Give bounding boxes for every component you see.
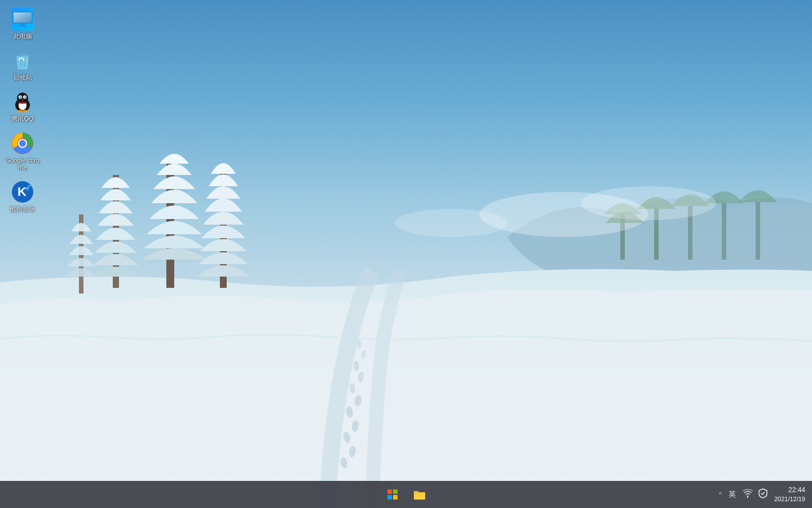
svg-text:K: K: [17, 185, 27, 199]
svg-point-45: [23, 110, 28, 112]
svg-point-40: [20, 97, 21, 98]
recycle-bin-label: 回收站: [14, 74, 32, 81]
file-explorer-button[interactable]: [408, 483, 431, 506]
recycle-bin-icon: [11, 49, 34, 72]
chrome-icon: [11, 132, 34, 155]
this-pc-icon: [11, 8, 34, 30]
this-pc-label: 此电脑: [14, 33, 32, 40]
kugou-icon: K: [11, 181, 34, 203]
svg-point-37: [17, 93, 28, 104]
kugou-label: 酷狗音乐: [10, 205, 35, 213]
svg-rect-26: [14, 12, 32, 23]
security-icon[interactable]: [758, 488, 767, 500]
svg-rect-33: [20, 53, 25, 55]
desktop: 此电脑: [0, 0, 812, 508]
svg-point-44: [17, 110, 23, 112]
svg-point-48: [19, 140, 26, 147]
network-icon[interactable]: [743, 489, 753, 500]
svg-rect-28: [18, 25, 27, 27]
taskbar-right: ^ 英: [719, 486, 805, 503]
qq-icon: [11, 90, 34, 113]
clock-date: 2021/12/19: [774, 495, 805, 503]
desktop-icon-this-pc[interactable]: 此电脑: [2, 6, 43, 42]
svg-point-23: [395, 209, 508, 237]
svg-point-43: [25, 97, 26, 97]
svg-point-41: [24, 97, 26, 98]
svg-rect-4: [722, 203, 726, 260]
windows-logo-icon: [387, 489, 398, 500]
svg-rect-5: [756, 202, 760, 260]
desktop-icons: 此电脑: [0, 0, 45, 221]
system-clock[interactable]: 22:44 2021/12/19: [774, 486, 805, 503]
taskbar: ^ 英: [0, 481, 812, 508]
svg-point-22: [581, 186, 716, 220]
svg-point-42: [21, 97, 21, 97]
qq-label: 腾讯QQ: [11, 115, 33, 122]
desktop-icon-recycle-bin[interactable]: 回收站: [2, 47, 43, 84]
clock-time: 22:44: [788, 486, 805, 495]
desktop-icon-chrome[interactable]: Google chrome: [2, 130, 43, 174]
file-explorer-icon: [413, 489, 426, 500]
desktop-icon-kugou[interactable]: K 酷狗音乐: [2, 178, 43, 215]
chrome-label: Google chrome: [5, 157, 41, 172]
tray-expand-button[interactable]: ^: [719, 491, 722, 498]
language-indicator[interactable]: 英: [729, 489, 736, 500]
svg-rect-32: [15, 55, 30, 56]
taskbar-center: [381, 483, 431, 506]
desktop-icon-qq[interactable]: 腾讯QQ: [2, 88, 43, 125]
system-tray: ^ 英: [719, 486, 805, 503]
start-button[interactable]: [381, 483, 404, 506]
